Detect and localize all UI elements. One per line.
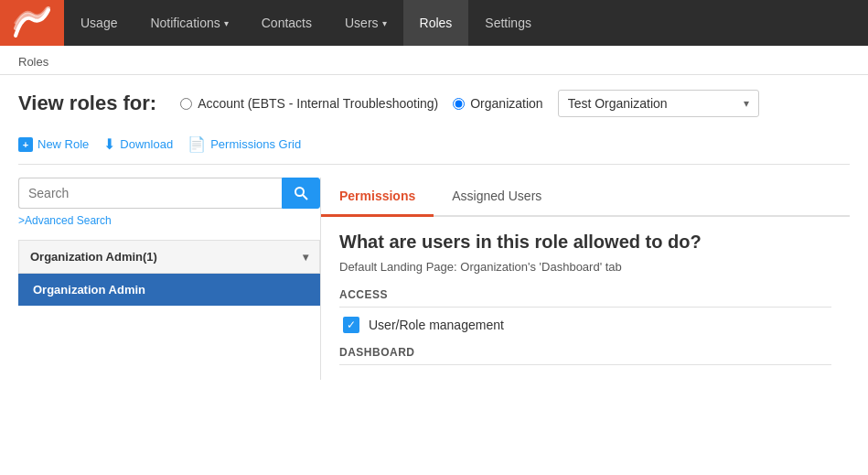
advanced-search-link[interactable]: >Advanced Search: [18, 214, 320, 227]
account-radio-option[interactable]: Account (EBTS - Internal Troubleshooting…: [180, 96, 438, 111]
two-column-layout: >Advanced Search Organization Admin(1) ▾…: [18, 178, 850, 380]
view-roles-label: View roles for:: [18, 92, 156, 115]
chevron-down-icon: ▾: [224, 18, 229, 28]
role-item-org-admin[interactable]: Organization Admin: [18, 274, 320, 306]
left-column: >Advanced Search Organization Admin(1) ▾…: [18, 178, 320, 380]
org-radio-label: Organization: [470, 96, 542, 111]
permission-row: ✓ User/Role management: [343, 317, 831, 333]
pdf-icon: 📄: [188, 135, 206, 153]
account-radio-label: Account (EBTS - Internal Troubleshooting…: [198, 96, 438, 111]
panel-subtitle: Default Landing Page: Organization's 'Da…: [339, 260, 831, 274]
tab-permissions[interactable]: Permissions: [321, 178, 434, 217]
user-role-mgmt-label: User/Role management: [369, 318, 504, 332]
search-button[interactable]: [282, 178, 320, 209]
panel-title: What are users in this role allowed to d…: [339, 232, 831, 253]
nav-item-users[interactable]: Users ▾: [328, 0, 403, 46]
chevron-down-icon: ▾: [382, 18, 387, 28]
plus-icon: +: [18, 137, 33, 152]
new-role-button[interactable]: + New Role: [18, 137, 89, 152]
svg-line-1: [303, 195, 307, 200]
nav-item-notifications[interactable]: Notifications ▾: [134, 0, 244, 46]
view-roles-row: View roles for: Account (EBTS - Internal…: [18, 90, 850, 117]
main-content: View roles for: Account (EBTS - Internal…: [0, 75, 868, 394]
download-label: Download: [120, 137, 173, 151]
svg-point-0: [295, 188, 304, 196]
org-dropdown-value: Test Organization: [568, 96, 668, 111]
nav-items: Usage Notifications ▾ Contacts Users ▾ R…: [64, 0, 548, 46]
access-section-label: ACCESS: [339, 288, 831, 308]
permissions-grid-button[interactable]: 📄 Permissions Grid: [188, 135, 301, 153]
new-role-label: New Role: [38, 137, 89, 151]
search-icon: [294, 186, 308, 200]
panel-content: What are users in this role allowed to d…: [321, 217, 850, 380]
nav-item-usage[interactable]: Usage: [64, 0, 134, 46]
account-radio-input[interactable]: [180, 98, 192, 110]
right-column: Permissions Assigned Users What are user…: [320, 178, 850, 380]
org-radio-option[interactable]: Organization: [453, 96, 542, 111]
toolbar: + New Role ⬇ Download 📄 Permissions Grid: [18, 135, 850, 165]
nav-item-roles[interactable]: Roles: [403, 0, 469, 46]
download-button[interactable]: ⬇ Download: [103, 135, 173, 153]
tab-bar: Permissions Assigned Users: [321, 178, 850, 217]
org-dropdown[interactable]: Test Organization ▾: [558, 90, 759, 117]
search-row: [18, 178, 320, 209]
user-role-mgmt-checkbox[interactable]: ✓: [343, 317, 359, 333]
breadcrumb: Roles: [0, 46, 868, 75]
download-icon: ⬇: [103, 135, 115, 153]
logo: [0, 0, 64, 46]
tab-assigned-users[interactable]: Assigned Users: [434, 178, 560, 217]
dashboard-section-label: DASHBOARD: [339, 346, 831, 365]
nav-item-settings[interactable]: Settings: [468, 0, 548, 46]
role-group-label: Organization Admin(1): [30, 250, 157, 264]
chevron-down-icon: ▾: [744, 97, 749, 110]
permissions-grid-label: Permissions Grid: [210, 137, 301, 151]
top-navigation: Usage Notifications ▾ Contacts Users ▾ R…: [0, 0, 868, 46]
nav-item-contacts[interactable]: Contacts: [245, 0, 328, 46]
role-group-header[interactable]: Organization Admin(1) ▾: [18, 240, 320, 274]
org-radio-input[interactable]: [453, 98, 465, 110]
chevron-down-icon: ▾: [303, 251, 308, 264]
search-input[interactable]: [18, 178, 282, 209]
